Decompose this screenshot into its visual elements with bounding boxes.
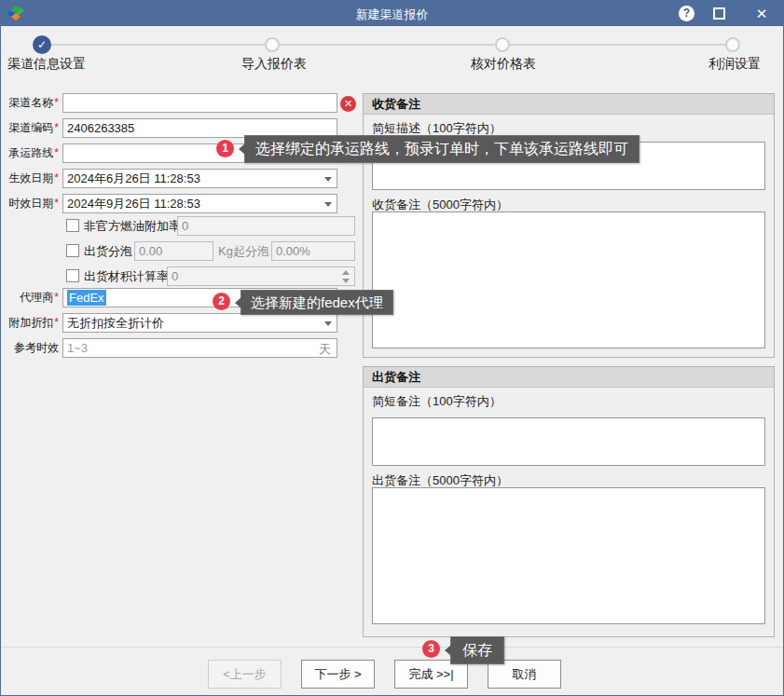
step-4-circle: [725, 37, 740, 52]
window-title: 新建渠道报价: [1, 7, 783, 23]
extra-discount-label: 附加折扣*: [1, 313, 59, 333]
footer-divider: [1, 647, 783, 648]
step-1-circle-done: ✓: [33, 35, 51, 54]
channel-name-label: 渠道名称*: [1, 93, 59, 113]
ship-short-textarea[interactable]: [372, 417, 765, 466]
maximize-icon[interactable]: [713, 7, 725, 20]
step-connector: [280, 44, 495, 46]
bubble-split-label: 出货分泡: [84, 241, 132, 261]
fuel-surcharge-input: 0: [177, 216, 355, 236]
bubble-split-percent-input: 0.00%: [271, 241, 355, 261]
tooltip-save: 保存: [450, 636, 504, 664]
reference-time-input[interactable]: 1~3天: [62, 338, 337, 358]
title-bar: 新建渠道报价 ? ✕: [1, 1, 783, 26]
bubble-split-checkbox[interactable]: [66, 244, 79, 257]
expiry-date-label: 时效日期*: [1, 194, 59, 213]
volume-ratio-label: 出货材积计算率: [84, 266, 169, 286]
close-icon[interactable]: ✕: [752, 5, 771, 23]
annotation-badge-1: 1: [216, 140, 234, 157]
spinner-arrows-icon[interactable]: [342, 270, 351, 284]
step-3-circle: [495, 37, 510, 52]
chevron-down-icon: [324, 177, 332, 182]
extra-discount-select[interactable]: 无折扣按全折计价: [62, 313, 337, 333]
ship-short-label: 简短备注（100字符内）: [372, 393, 502, 410]
next-step-button[interactable]: 下一步 >: [301, 660, 375, 689]
agent-label: 代理商*: [1, 288, 59, 307]
channel-name-input[interactable]: [62, 93, 337, 113]
validation-error-icon: ✕: [340, 96, 356, 112]
fuel-surcharge-label: 非官方燃油附加率: [84, 216, 181, 236]
reference-time-label: 参考时效: [1, 338, 59, 358]
receive-long-textarea[interactable]: [372, 212, 765, 348]
step-4-label: 利润设置: [708, 56, 761, 73]
volume-ratio-checkbox[interactable]: [66, 269, 79, 282]
ship-notes-group: 出货备注 简短备注（100字符内） 出货备注（5000字符内）: [363, 366, 775, 637]
carrier-route-label: 承运路线*: [1, 143, 59, 163]
annotation-badge-2: 2: [213, 293, 230, 310]
new-channel-quote-dialog: 新建渠道报价 ? ✕ ✓ 渠道信息设置 导入报价表 核对价格表 利润设置 渠道名…: [0, 0, 784, 696]
step-2-circle: [265, 37, 280, 52]
effective-date-label: 生效日期*: [1, 169, 59, 188]
help-icon[interactable]: ?: [679, 6, 695, 21]
ship-long-textarea[interactable]: [372, 487, 765, 624]
step-connector: [51, 44, 266, 46]
ship-notes-header: 出货备注: [364, 367, 774, 388]
step-connector: [510, 44, 725, 46]
chevron-down-icon: [324, 321, 332, 326]
channel-code-label: 渠道编码*: [1, 118, 59, 138]
unit-suffix: 天: [319, 339, 331, 358]
expiry-date-picker[interactable]: 2024年9月26日 11:28:53: [62, 194, 337, 213]
tooltip-agent: 选择新建的fedex代理: [241, 290, 393, 315]
selected-text: FedEx: [67, 290, 106, 306]
receive-notes-group: 收货备注 简短描述（100字符内） 收货备注（5000字符内）: [363, 93, 775, 358]
tooltip-carrier-route: 选择绑定的承运路线，预录订单时，下单该承运路线即可: [244, 135, 640, 163]
bubble-split-unit-label: Kg起分泡: [218, 241, 269, 261]
prev-step-button: <上一步: [208, 660, 282, 689]
annotation-badge-3: 3: [422, 640, 440, 658]
volume-ratio-input: 0: [167, 266, 355, 286]
receive-notes-header: 收货备注: [364, 94, 774, 115]
chevron-down-icon: [324, 202, 332, 207]
step-3-label: 核对价格表: [471, 56, 536, 73]
bubble-split-kg-input: 0.00: [134, 241, 213, 261]
step-2-label: 导入报价表: [241, 56, 307, 73]
step-1-label: 渠道信息设置: [7, 56, 86, 73]
fuel-surcharge-checkbox[interactable]: [66, 219, 79, 232]
effective-date-picker[interactable]: 2024年6月26日 11:28:53: [62, 169, 337, 188]
